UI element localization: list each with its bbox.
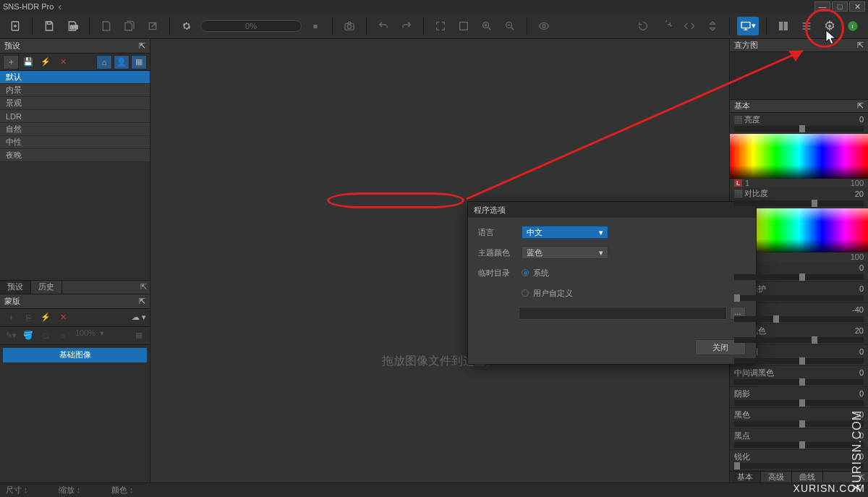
midtone-black-slider[interactable]: 中间调黑色0 xyxy=(730,366,868,387)
undo-icon[interactable] xyxy=(374,17,393,35)
left-tabs: 预设 历史 ⇱ xyxy=(0,280,150,294)
svg-rect-10 xyxy=(779,22,783,30)
preset-list: 默认 内景 景观 LDR 自然 中性 夜晚 xyxy=(0,71,150,162)
export-icon[interactable] xyxy=(143,17,162,35)
tab-presets[interactable]: 预设 xyxy=(0,281,31,294)
list-icon[interactable] xyxy=(797,17,816,35)
tab-history[interactable]: 历史 xyxy=(31,281,62,294)
svg-rect-11 xyxy=(784,22,788,30)
radio-custom[interactable] xyxy=(522,289,529,297)
user-icon[interactable]: 👤 xyxy=(114,55,129,69)
sort-icon[interactable] xyxy=(703,17,722,35)
watermark-vertical: XURISN.COM xyxy=(851,410,864,491)
preset-item-default[interactable]: 默认 xyxy=(0,71,150,84)
shadows-slider[interactable]: 阴影0 xyxy=(730,387,868,408)
color-spectrum-1[interactable] xyxy=(730,134,868,178)
collapse-icon[interactable]: ⇱ xyxy=(139,41,145,51)
blackpoint-slider[interactable]: 黑点0 xyxy=(730,429,868,450)
add-preset-icon[interactable]: ＋ xyxy=(3,55,19,69)
close-button[interactable]: ✕ xyxy=(849,1,865,12)
tempdir-path-input[interactable] xyxy=(519,307,727,320)
radio-system[interactable] xyxy=(522,269,529,276)
eye-icon[interactable] xyxy=(535,17,553,35)
save2-icon[interactable] xyxy=(97,17,116,35)
basic-collapse-icon[interactable]: ⇱ xyxy=(857,101,864,111)
preset-item-interior[interactable]: 内景 xyxy=(0,84,150,97)
rotate-right-icon[interactable] xyxy=(657,17,676,35)
stop-icon[interactable]: ■ xyxy=(306,17,325,35)
zoom-out-icon[interactable] xyxy=(501,17,519,35)
tab-curves[interactable]: 曲线 xyxy=(792,472,823,483)
save-preset-icon[interactable]: 💾 xyxy=(20,55,36,69)
rotate-left-icon[interactable] xyxy=(634,17,652,35)
histogram xyxy=(730,52,868,101)
histo-collapse-icon[interactable]: ⇱ xyxy=(857,41,864,50)
save-all-icon[interactable] xyxy=(120,17,139,35)
circle-icon[interactable]: ○ xyxy=(55,328,71,343)
contrast-slider[interactable]: ▦ 对比度20 xyxy=(730,187,868,208)
language-select[interactable]: 中文▾ xyxy=(522,226,608,239)
tab-collapse-icon[interactable]: ⇱ xyxy=(140,282,147,294)
svg-point-12 xyxy=(828,25,831,27)
bolt-icon[interactable]: ⚡ xyxy=(38,55,54,69)
preset-item-ldr[interactable]: LDR xyxy=(0,110,150,123)
preset-item-night[interactable]: 夜晚 xyxy=(0,149,150,162)
theme-select[interactable]: 蓝色▾ xyxy=(522,246,608,259)
preset-item-landscape[interactable]: 景观 xyxy=(0,97,150,110)
brightness-slider[interactable]: ▦ 亮度0 xyxy=(730,113,868,134)
tab-advanced[interactable]: 高级 xyxy=(761,472,792,483)
minimize-button[interactable]: — xyxy=(814,1,830,12)
dialog-title: 程序选项 xyxy=(468,202,756,218)
title-bar: SNS-HDR Pro ‹ — □ ✕ xyxy=(0,0,868,13)
options-dialog: 程序选项 语言 中文▾ 主题颜色 蓝色▾ 临时目录 系统 xyxy=(467,201,757,365)
image-preset-icon[interactable]: ▦ xyxy=(131,55,147,69)
status-size: 尺寸： xyxy=(6,485,30,496)
preset-item-natural[interactable]: 自然 xyxy=(0,123,150,136)
brush-icon[interactable]: ✎▾ xyxy=(3,328,19,343)
mask-collapse-icon[interactable]: ⇱ xyxy=(139,297,145,306)
mask-delete-icon[interactable]: ✕ xyxy=(55,310,71,325)
app-title: SNS-HDR Pro xyxy=(3,2,54,11)
fill-icon[interactable]: 🪣 xyxy=(20,328,36,343)
zoom-in-icon[interactable] xyxy=(477,17,496,35)
mask-base-layer[interactable]: 基础图像 xyxy=(3,348,147,362)
presets-header: 预设 ⇱ xyxy=(0,39,150,54)
basic-header: 基本⇱ xyxy=(730,100,868,113)
actual-size-icon[interactable] xyxy=(454,17,473,35)
redo-icon[interactable] xyxy=(397,17,416,35)
save-icon[interactable] xyxy=(40,17,59,35)
mask-bolt-icon[interactable]: ⚡ xyxy=(38,310,54,325)
delete-preset-icon[interactable]: ✕ xyxy=(55,55,71,69)
l-bar-1: L1100 xyxy=(730,179,868,187)
svg-point-4 xyxy=(347,25,351,28)
tab-basic[interactable]: 基本 xyxy=(730,472,761,483)
language-label: 语言 xyxy=(478,227,522,238)
right-tabs: 基本 高级 曲线 ⇱ xyxy=(730,471,868,483)
home-icon[interactable]: ⌂ xyxy=(96,55,112,69)
back-icon[interactable]: ‹ xyxy=(58,1,61,12)
black-slider[interactable]: 黑色0 xyxy=(730,408,868,429)
new-file-icon[interactable] xyxy=(6,17,25,35)
preset-item-neutral[interactable]: 中性 xyxy=(0,136,150,149)
canvas-area: 拖放图像文件到这里。 程序选项 语言 中文▾ 主题颜色 蓝色▾ 临时目录 系统 xyxy=(150,39,729,483)
monitor-icon[interactable]: ▾ xyxy=(737,17,759,35)
save-sns-icon[interactable]: SNS xyxy=(63,17,82,35)
camera-icon[interactable] xyxy=(340,17,359,35)
left-sidebar: 预设 ⇱ ＋ 💾 ⚡ ✕ ⌂ 👤 ▦ 默认 内景 景观 LDR 自然 中性 夜晚… xyxy=(0,39,150,483)
code-icon[interactable] xyxy=(680,17,699,35)
checker-icon[interactable]: ▦ xyxy=(131,328,147,343)
rect-icon[interactable]: □ xyxy=(38,328,54,343)
maximize-button[interactable]: □ xyxy=(832,1,848,12)
info-icon[interactable]: i xyxy=(843,17,862,35)
grid-icon[interactable] xyxy=(774,17,793,35)
status-zoom: 缩放： xyxy=(59,485,82,496)
progress-bar: 0% xyxy=(200,20,302,32)
sharpen-slider[interactable]: 锐化0 xyxy=(730,450,868,471)
cloud-icon[interactable]: ☁ ▾ xyxy=(131,310,147,325)
svg-rect-9 xyxy=(741,22,750,27)
status-bar: 尺寸： 缩放： 颜色： xyxy=(0,483,868,497)
mask-dup-icon[interactable]: ⎘ xyxy=(20,310,36,325)
mask-add-icon[interactable]: ＋ xyxy=(3,310,19,325)
settings-gear-icon[interactable] xyxy=(177,17,196,35)
fit-icon[interactable] xyxy=(431,17,450,35)
